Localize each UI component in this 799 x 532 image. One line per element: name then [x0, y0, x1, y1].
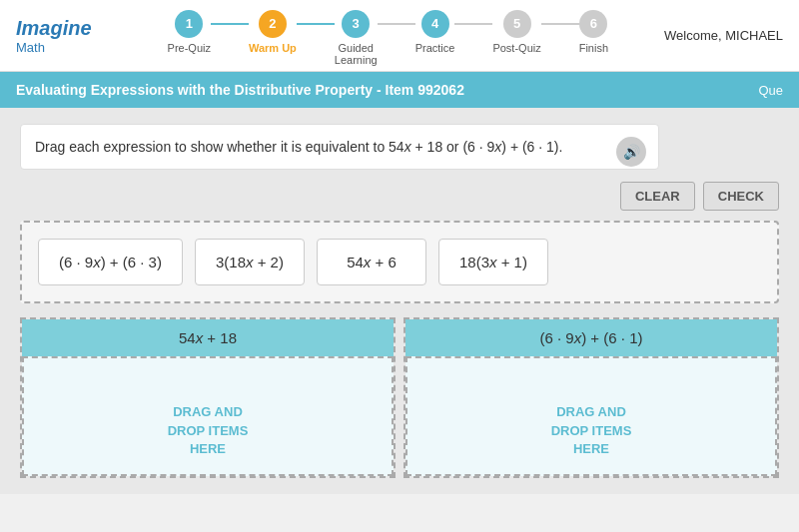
check-button[interactable]: CHECK	[703, 182, 779, 211]
drop-zone-1-body[interactable]: DRAG ANDDROP ITEMSHERE	[22, 356, 394, 476]
step-circle-5[interactable]: 5	[503, 10, 531, 38]
clear-button[interactable]: CLEAR	[620, 182, 695, 211]
step-circle-3[interactable]: 3	[342, 10, 370, 38]
welcome-text: Welcome, MICHAEL	[664, 28, 783, 43]
drag-item-2[interactable]: 3(18x + 2)	[195, 239, 305, 285]
drop-zone-2-hint: DRAG ANDDROP ITEMSHERE	[551, 403, 632, 458]
step-label-6: Finish	[579, 42, 608, 54]
drop-zone-1-hint: DRAG ANDDROP ITEMSHERE	[168, 403, 249, 458]
drop-zone-2[interactable]: (6 · 9x) + (6 · 1) DRAG ANDDROP ITEMSHER…	[403, 317, 779, 478]
steps-wrapper: 1 Pre-Quiz 2 Warm Up 3 GuidedLearning 4 …	[168, 10, 609, 66]
main-content: Drag each expression to show whether it …	[0, 108, 799, 494]
drag-item-1[interactable]: (6 · 9x) + (6 · 3)	[38, 239, 183, 285]
title-bar: Evaluating Expressions with the Distribu…	[0, 72, 799, 108]
step-4: 4 Practice	[415, 10, 455, 54]
step-label-2: Warm Up	[249, 42, 297, 54]
header: Imagine Math 1 Pre-Quiz 2 Warm Up 3 Guid…	[0, 0, 799, 72]
step-1: 1 Pre-Quiz	[168, 10, 211, 54]
logo-imagine: Imagine	[16, 17, 92, 40]
step-label-4: Practice	[415, 42, 455, 54]
drop-zone-2-header: (6 · 9x) + (6 · 1)	[405, 319, 777, 356]
step-circle-4[interactable]: 4	[421, 10, 449, 38]
que-label: Que	[758, 83, 783, 98]
step-circle-2[interactable]: 2	[259, 10, 287, 38]
drop-zone-separator	[396, 317, 403, 478]
step-circle-6[interactable]: 6	[579, 10, 607, 38]
drop-zones: 54x + 18 DRAG ANDDROP ITEMSHERE (6 · 9x)…	[20, 317, 779, 478]
step-2: 2 Warm Up	[249, 10, 297, 54]
title-bar-text: Evaluating Expressions with the Distribu…	[16, 82, 464, 98]
step-line-3	[378, 23, 415, 25]
drop-zone-1[interactable]: 54x + 18 DRAG ANDDROP ITEMSHERE	[20, 317, 396, 478]
logo-area: Imagine Math	[16, 17, 92, 55]
step-line-5	[541, 23, 579, 25]
logo-math: Math	[16, 40, 92, 55]
drag-item-3[interactable]: 54x + 6	[317, 239, 426, 285]
step-5: 5 Post-Quiz	[492, 10, 540, 54]
drag-source-area: (6 · 9x) + (6 · 3) 3(18x + 2) 54x + 6 18…	[20, 221, 779, 303]
drag-item-4[interactable]: 18(3x + 1)	[438, 239, 548, 285]
audio-icon: 🔊	[623, 144, 640, 160]
step-3: 3 GuidedLearning	[335, 10, 378, 66]
action-buttons: CLEAR CHECK	[20, 182, 779, 211]
audio-button[interactable]: 🔊	[616, 137, 646, 167]
step-line-4	[454, 23, 492, 25]
step-line-1	[211, 23, 249, 25]
progress-bar: 1 Pre-Quiz 2 Warm Up 3 GuidedLearning 4 …	[132, 6, 644, 66]
drop-zone-2-body[interactable]: DRAG ANDDROP ITEMSHERE	[405, 356, 777, 476]
instructions-text: Drag each expression to show whether it …	[35, 139, 562, 155]
drop-zone-1-header: 54x + 18	[22, 319, 394, 356]
step-label-3: GuidedLearning	[335, 42, 378, 66]
step-circle-1[interactable]: 1	[175, 10, 203, 38]
step-label-1: Pre-Quiz	[168, 42, 211, 54]
step-label-5: Post-Quiz	[492, 42, 540, 54]
step-line-2	[297, 23, 335, 25]
step-6: 6 Finish	[579, 10, 608, 54]
instructions-box: Drag each expression to show whether it …	[20, 124, 659, 170]
